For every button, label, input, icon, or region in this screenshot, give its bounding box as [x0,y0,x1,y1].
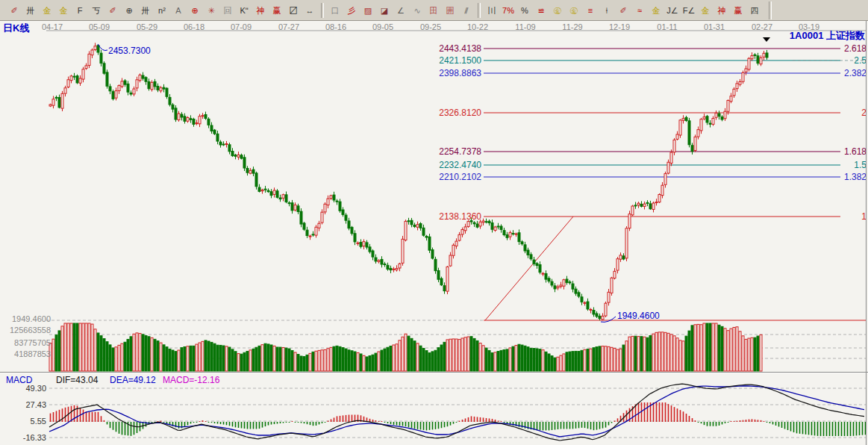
date-tick-label: 09-05 [372,22,393,31]
macd-dif-value: DIF=43.04 [56,375,98,385]
date-tick-label: 02-27 [752,22,772,31]
date-tick-label: 12-19 [609,22,630,31]
date-tick-label: 07-27 [278,22,299,31]
date-tick-label: 09-25 [420,22,441,31]
fib-ratio-label: 2.382 [844,68,867,78]
fib-ratio-label: 2.5 [854,55,867,66]
fib-price-label: 2443.4138 [439,43,481,54]
volume-scale-label: 83775705 [0,338,51,347]
date-tick-label: 11-09 [515,22,535,31]
volume-scale-label: 125663558 [0,326,51,334]
kline-period-label[interactable]: 日K线 [3,22,29,35]
fib-ratio-label: 2.618 [844,43,867,54]
fib-price-label: 2421.1500 [439,55,481,66]
fib-price-label: 2138.1360 [439,211,481,222]
window-right-border [866,21,867,445]
date-tick-label: 05-09 [89,22,110,31]
peak-price-annotation: 2453.7300 [108,46,151,56]
low-price-annotation: 1949.4600 [617,311,660,321]
volume-scale-label: 1949.4600 [0,314,51,323]
fib-ratio-label: 1.382 [844,172,867,182]
macd-scale-label: 27.43 [0,400,46,409]
macd-macd-value: MACD=-12.16 [163,375,219,385]
date-tick-label: 10-22 [467,22,488,31]
volume-macd-divider [0,372,868,373]
date-tick-label: 04-17 [42,22,63,31]
fib-price-label: 2326.8120 [439,108,481,118]
fib-price-label: 2398.8863 [439,68,481,78]
macd-pane-title[interactable]: MACD [6,375,32,385]
macd-dea-value: DEA=49.12 [110,375,156,385]
fib-price-label: 2232.4740 [439,160,481,170]
current-bar-marker-icon [763,37,770,42]
date-tick-label: 08-16 [325,22,346,31]
date-tick-label: 03-19 [799,22,819,31]
date-tick-label: 11-29 [562,22,582,31]
date-tick-label: 06-18 [184,22,204,31]
fib-price-label: 2254.7378 [439,146,481,157]
stock-chart-window: ✐卅金金F丂✐⊕卅n²A⊕✳回Kʺ神赢〼↔口彡▨◪∠∿田囲⫽〣7%%≌㊎㊎≡⍿✐… [0,0,868,445]
macd-scale-label: 5.55 [0,417,46,426]
fib-ratio-label: 1.5 [854,160,867,170]
macd-scale-label: -16.33 [0,433,46,442]
date-tick-label: 05-29 [137,22,157,31]
date-tick-label: 07-09 [231,22,252,31]
date-tick-label: 01-31 [704,22,725,31]
volume-scale-label: 41887853 [0,349,51,358]
date-tick-label: 01-11 [657,22,677,31]
fib-price-label: 2210.2102 [439,172,481,182]
fib-ratio-label: 1.618 [844,146,867,157]
